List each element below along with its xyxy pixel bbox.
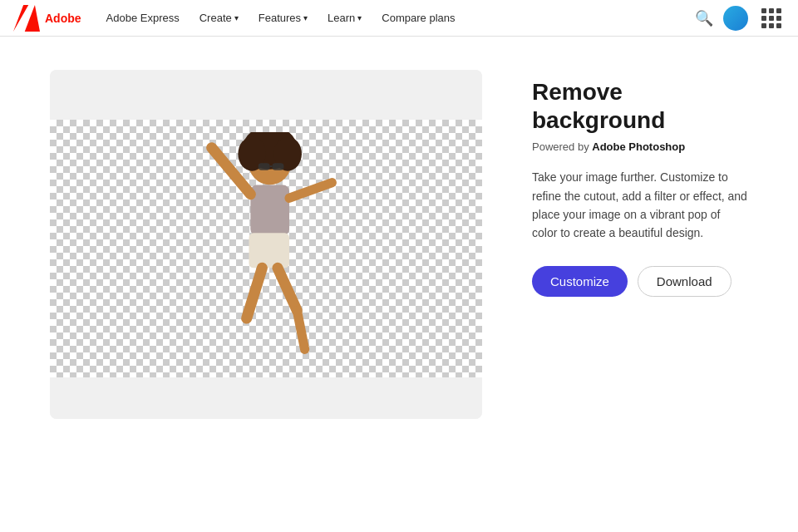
chevron-down-icon: ▾ xyxy=(234,13,239,22)
main-content: Remove background Powered by Adobe Photo… xyxy=(0,37,798,452)
avatar[interactable] xyxy=(723,6,748,31)
nav-links: Adobe Express Create ▾ Features ▾ Learn … xyxy=(98,8,695,27)
svg-marker-0 xyxy=(13,5,28,32)
chevron-down-icon: ▾ xyxy=(303,13,308,22)
search-icon[interactable]: 🔍 xyxy=(695,9,713,27)
powered-brand: Adobe Photoshop xyxy=(592,140,685,153)
svg-rect-7 xyxy=(249,233,289,268)
download-button[interactable]: Download xyxy=(638,266,732,297)
apps-icon[interactable] xyxy=(758,5,785,32)
right-panel: Remove background Powered by Adobe Photo… xyxy=(532,70,748,297)
image-preview-card xyxy=(50,70,482,419)
nav-item-compare-plans[interactable]: Compare plans xyxy=(373,8,463,27)
customize-button[interactable]: Customize xyxy=(532,266,628,297)
nav-right: 🔍 xyxy=(695,5,785,32)
image-canvas xyxy=(50,120,482,377)
nav-item-learn[interactable]: Learn ▾ xyxy=(319,8,370,27)
svg-marker-1 xyxy=(25,5,40,32)
svg-line-11 xyxy=(278,268,297,310)
svg-line-9 xyxy=(289,183,332,199)
action-buttons: Customize Download xyxy=(532,266,748,297)
navbar: Adobe Adobe Express Create ▾ Features ▾ … xyxy=(0,0,798,37)
page-title: Remove background xyxy=(532,78,748,134)
powered-by-text: Powered by Adobe Photoshop xyxy=(532,140,748,153)
person-figure xyxy=(183,132,349,365)
card-bottom-bar xyxy=(50,377,482,419)
chevron-down-icon: ▾ xyxy=(357,13,362,22)
adobe-logo[interactable]: Adobe xyxy=(13,5,81,32)
card-top-bar xyxy=(50,70,482,120)
svg-rect-6 xyxy=(250,185,289,235)
nav-item-features[interactable]: Features ▾ xyxy=(250,8,316,27)
svg-line-10 xyxy=(247,268,263,318)
panel-description: Take your image further. Customize to re… xyxy=(532,168,748,243)
nav-item-create[interactable]: Create ▾ xyxy=(191,8,247,27)
svg-line-12 xyxy=(297,311,304,350)
brand-name: Adobe xyxy=(45,12,81,25)
svg-rect-13 xyxy=(259,163,270,170)
nav-item-adobe-express[interactable]: Adobe Express xyxy=(98,8,188,27)
svg-rect-14 xyxy=(272,163,283,170)
